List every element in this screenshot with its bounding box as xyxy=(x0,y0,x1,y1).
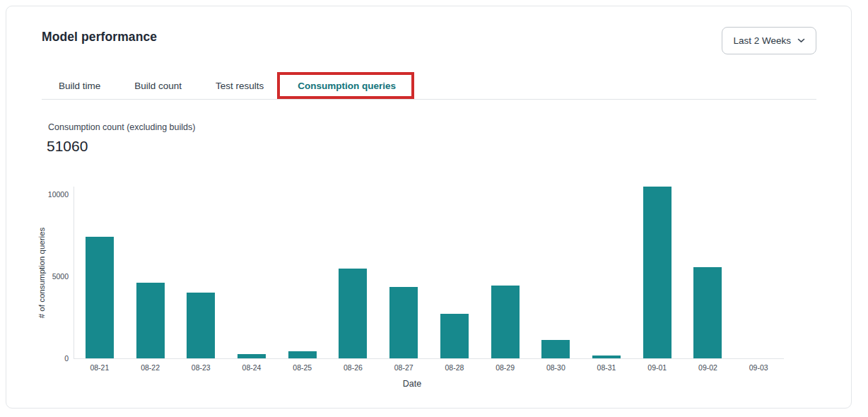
tab-test-results[interactable]: Test results xyxy=(199,72,281,99)
x-tick-label: 08-31 xyxy=(581,363,632,372)
x-tick-label: 08-26 xyxy=(328,363,379,372)
bars xyxy=(74,187,784,358)
date-range-dropdown[interactable]: Last 2 Weeks xyxy=(722,27,816,54)
metric-value: 51060 xyxy=(47,138,88,155)
y-tick-label: 5000 xyxy=(52,272,69,281)
bar-slot xyxy=(175,187,226,358)
bar-slot xyxy=(480,187,531,358)
y-axis-title: # of consumption queries xyxy=(37,227,46,318)
tab-bar: Build time Build count Test results Cons… xyxy=(42,72,816,100)
bar-09-02[interactable] xyxy=(693,267,722,358)
tab-label: Build count xyxy=(134,81,182,91)
x-labels: 08-2108-2208-2308-2408-2508-2608-2708-28… xyxy=(74,363,784,372)
chevron-down-icon xyxy=(797,38,805,43)
metric-label: Consumption count (excluding builds) xyxy=(48,122,195,132)
x-tick-label: 08-25 xyxy=(277,363,328,372)
tab-build-count[interactable]: Build count xyxy=(117,72,199,99)
bar-08-29[interactable] xyxy=(491,286,520,358)
bar-slot xyxy=(581,187,632,358)
tab-label: Build time xyxy=(59,81,100,91)
bar-slot xyxy=(226,187,277,358)
bar-08-24[interactable] xyxy=(237,354,266,358)
bar-08-28[interactable] xyxy=(440,314,469,358)
bar-08-27[interactable] xyxy=(389,287,418,358)
x-tick-label: 08-24 xyxy=(226,363,277,372)
model-performance-card: Model performance Last 2 Weeks Build tim… xyxy=(6,6,852,409)
x-tick-label: 08-23 xyxy=(175,363,226,372)
bar-08-25[interactable] xyxy=(288,351,317,358)
bar-slot xyxy=(632,187,683,358)
bar-slot xyxy=(530,187,581,358)
bar-slot xyxy=(378,187,429,358)
bar-08-26[interactable] xyxy=(339,269,367,358)
bar-slot xyxy=(74,187,125,358)
bar-slot xyxy=(429,187,480,358)
x-axis-title: Date xyxy=(57,379,767,389)
bar-08-21[interactable] xyxy=(86,237,114,358)
x-tick-label: 09-03 xyxy=(733,363,784,372)
x-tick-label: 08-29 xyxy=(480,363,531,372)
bar-08-30[interactable] xyxy=(541,340,570,358)
date-range-value: Last 2 Weeks xyxy=(733,35,791,46)
x-tick-label: 08-21 xyxy=(74,363,125,372)
x-tick-label: 09-02 xyxy=(683,363,734,372)
page-title: Model performance xyxy=(42,30,157,45)
x-tick-label: 08-22 xyxy=(125,363,176,372)
tab-label: Test results xyxy=(216,81,264,91)
x-tick-label: 09-01 xyxy=(632,363,683,372)
tab-consumption-queries[interactable]: Consumption queries xyxy=(281,72,413,99)
x-tick-label: 08-27 xyxy=(378,363,429,372)
bar-slot xyxy=(328,187,379,358)
bar-slot xyxy=(277,187,328,358)
x-tick-label: 08-28 xyxy=(429,363,480,372)
bar-slot xyxy=(683,187,734,358)
bar-08-23[interactable] xyxy=(187,293,215,358)
bar-slot xyxy=(733,187,784,358)
bar-09-01[interactable] xyxy=(643,187,671,358)
tab-build-time[interactable]: Build time xyxy=(42,72,117,99)
y-tick-label: 0 xyxy=(64,354,69,363)
bar-08-31[interactable] xyxy=(592,356,621,358)
tab-label: Consumption queries xyxy=(298,81,396,91)
y-tick-label: 10000 xyxy=(48,190,69,199)
consumption-queries-bar-chart: # of consumption queries 08-2108-2208-23… xyxy=(74,187,784,359)
x-tick-label: 08-30 xyxy=(530,363,581,372)
bar-slot xyxy=(125,187,176,358)
bar-08-22[interactable] xyxy=(136,283,165,358)
